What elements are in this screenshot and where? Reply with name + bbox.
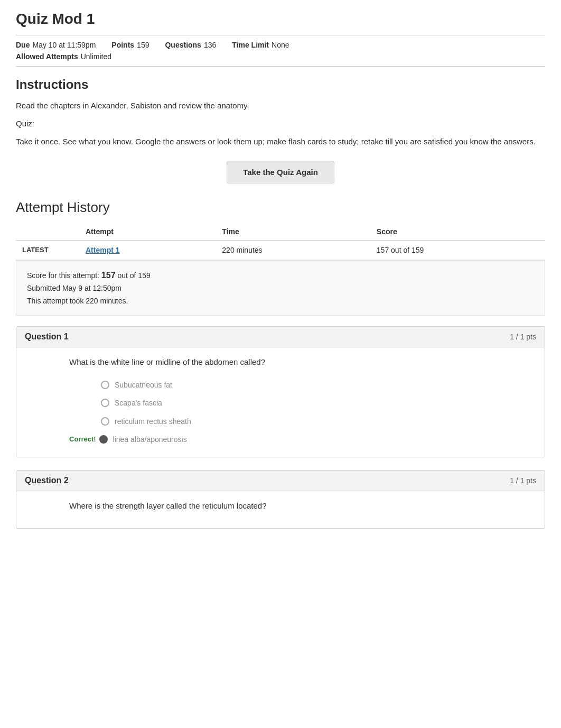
points-label: Points: [111, 41, 134, 49]
time-limit-value: None: [272, 41, 289, 49]
questions-label: Questions: [165, 41, 201, 49]
question-header: Question 1 1 / 1 pts: [16, 327, 545, 347]
answer-text: linea alba/aponeurosis: [113, 434, 187, 445]
table-row: LATEST Attempt 1 220 minutes 157 out of …: [16, 241, 545, 260]
question-block-1: Question 1 1 / 1 pts What is the white l…: [16, 326, 545, 458]
quiz-meta: Due May 10 at 11:59pm Points 159 Questio…: [16, 35, 545, 67]
question-body: Where is the strength layer called the r…: [16, 491, 545, 528]
col-header-time: Time: [216, 223, 370, 241]
col-header-score: Score: [370, 223, 545, 241]
answer-row: Scapa's fascia: [69, 394, 523, 412]
attempt-link[interactable]: Attempt 1: [86, 246, 120, 254]
question-pts: 1 / 1 pts: [510, 333, 536, 341]
question-title: Question 1: [25, 332, 69, 342]
duration-text: This attempt took 220 minutes.: [27, 295, 534, 308]
answer-text: Subucatneous fat: [115, 379, 172, 391]
instructions-title: Instructions: [16, 77, 545, 92]
question-title: Question 2: [25, 476, 69, 485]
quiz-title: Quiz Mod 1: [16, 11, 545, 27]
due-label: Due: [16, 41, 30, 49]
answer-text: Scapa's fascia: [115, 397, 162, 409]
submitted-text: Submitted May 9 at 12:50pm: [27, 282, 534, 295]
answer-option: Scapa's fascia: [101, 394, 162, 412]
attempt-detail-box: Score for this attempt: 157 out of 159 S…: [16, 260, 545, 316]
score-number: 157: [101, 271, 116, 280]
instructions-line-1: Read the chapters in Alexander, Sabiston…: [16, 99, 545, 112]
question-header: Question 2 1 / 1 pts: [16, 471, 545, 491]
time-limit-label: Time Limit: [232, 41, 269, 49]
answer-option: reticulum rectus sheath: [101, 412, 191, 430]
attempt-table: Attempt Time Score LATEST Attempt 1 220 …: [16, 223, 545, 260]
allowed-attempts-label: Allowed Attempts: [16, 52, 78, 61]
answer-row: Subucatneous fat: [69, 376, 523, 394]
col-header-empty: [16, 223, 79, 241]
instructions-line-2: Quiz:: [16, 117, 545, 130]
allowed-attempts-value: Unlimited: [81, 52, 111, 61]
question-text: Where is the strength layer called the r…: [69, 500, 523, 512]
correct-marker: Correct!: [69, 434, 96, 445]
question-pts: 1 / 1 pts: [510, 476, 536, 485]
answer-option: linea alba/aponeurosis: [99, 430, 187, 448]
attempt-score: 157 out of 159: [370, 241, 545, 260]
points-value: 159: [137, 41, 149, 49]
answer-radio: [101, 381, 109, 389]
answer-radio: [99, 435, 108, 444]
answer-radio: [101, 417, 109, 426]
score-out-of: out of 159: [117, 271, 150, 280]
answer-option: Subucatneous fat: [101, 376, 172, 394]
questions-value: 136: [204, 41, 216, 49]
question-body: What is the white line or midline of the…: [16, 347, 545, 457]
answer-radio: [101, 399, 109, 407]
question-block-2: Question 2 1 / 1 pts Where is the streng…: [16, 470, 545, 529]
question-text: What is the white line or midline of the…: [69, 356, 523, 368]
take-quiz-button[interactable]: Take the Quiz Again: [227, 161, 334, 183]
col-header-attempt: Attempt: [79, 223, 216, 241]
attempt-time: 220 minutes: [216, 241, 370, 260]
latest-label: LATEST: [16, 241, 79, 260]
answer-text: reticulum rectus sheath: [115, 416, 191, 427]
attempt-history-title: Attempt History: [16, 199, 545, 216]
due-value: May 10 at 11:59pm: [32, 41, 96, 49]
answer-row: Correct! linea alba/aponeurosis: [69, 430, 523, 448]
score-text: Score for this attempt:: [27, 271, 99, 280]
instructions-line-3: Take it once. See what you know. Google …: [16, 135, 545, 148]
answer-row: reticulum rectus sheath: [69, 412, 523, 430]
